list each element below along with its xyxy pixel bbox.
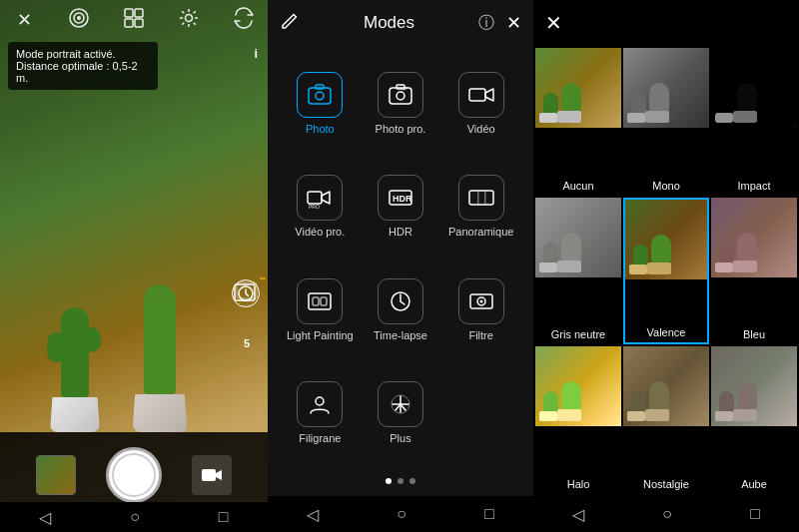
mode-photo-icon [297, 72, 343, 118]
recents-nav-icon[interactable]: □ [219, 508, 229, 526]
modes-back-icon[interactable]: ◁ [307, 505, 319, 524]
mode-panoramique[interactable]: Panoramique [442, 159, 519, 254]
modes-info-icon[interactable]: ⓘ [478, 13, 494, 34]
filter-halo[interactable]: Halo [535, 346, 621, 494]
modes-nav-bar: ◁ ○ □ [268, 496, 533, 532]
mode-photo-label: Photo [306, 123, 335, 135]
modes-panel: Modes ⓘ ✕ Photo [268, 0, 533, 532]
svg-rect-20 [308, 192, 322, 204]
svg-rect-4 [135, 9, 143, 17]
svg-text:HDR: HDR [393, 194, 412, 204]
modes-dot-1 [386, 478, 392, 484]
svg-text:P: P [403, 86, 407, 92]
filter-halo-label: Halo [535, 478, 621, 490]
svg-point-7 [186, 14, 193, 21]
filters-back-icon[interactable]: ◁ [572, 505, 584, 524]
svg-rect-3 [125, 9, 133, 17]
photo-badge [260, 277, 266, 279]
capture-row [36, 447, 232, 503]
svg-rect-12 [309, 88, 331, 104]
mode-video-pro-label: Vidéo pro. [295, 226, 345, 238]
timer-icon[interactable]: 5 [232, 327, 262, 357]
mode-hdr-icon: HDR [378, 175, 423, 221]
filter-bleu-label: Bleu [711, 328, 797, 340]
filters-panel: ✕ Aucun Mono [533, 0, 799, 532]
back-nav-icon[interactable]: ◁ [39, 508, 51, 527]
mode-plus-label: Plus [390, 432, 410, 444]
filters-recents-icon[interactable]: □ [750, 505, 760, 523]
filter-aube[interactable]: Aube [711, 346, 797, 494]
filter-mono-label: Mono [623, 180, 709, 192]
mode-filigrane[interactable]: Filigrane [282, 365, 359, 460]
mode-plus[interactable]: Plus [363, 365, 439, 460]
mode-filtre[interactable]: Filtre [442, 263, 519, 357]
modes-close-icon[interactable]: ✕ [506, 12, 521, 34]
side-icons: 5 [232, 279, 262, 357]
close-icon[interactable]: ✕ [8, 9, 40, 31]
camera-viewfinder: ✕ [0, 0, 268, 532]
svg-rect-11 [202, 469, 216, 481]
svg-rect-28 [313, 297, 319, 305]
filter-impact[interactable]: Impact [711, 48, 797, 196]
mode-time-lapse-label: Time-lapse [374, 329, 427, 341]
svg-rect-6 [135, 19, 143, 27]
filters-grid: Aucun Mono Impact [533, 46, 799, 496]
lens-icon[interactable] [63, 7, 95, 34]
mode-time-lapse[interactable]: Time-lapse [363, 263, 439, 357]
modes-home-icon[interactable]: ○ [397, 505, 406, 523]
tooltip-info-icon[interactable]: i [254, 46, 258, 61]
mode-light-painting[interactable]: Light Painting [282, 263, 359, 357]
mode-video[interactable]: Vidéo [442, 56, 519, 151]
filter-aucun[interactable]: Aucun [535, 48, 621, 196]
filter-valence[interactable]: Valence [623, 198, 709, 345]
mode-video-pro[interactable]: PRO Vidéo pro. [282, 159, 359, 254]
svg-text:PRO: PRO [309, 204, 320, 210]
svg-point-2 [77, 16, 81, 20]
filter-gris-neutre-label: Gris neutre [535, 328, 621, 340]
mode-hdr-label: HDR [389, 226, 412, 238]
filter-aube-label: Aube [711, 478, 797, 490]
cactus-1 [40, 307, 110, 432]
modes-page-dots [268, 470, 533, 496]
svg-rect-14 [316, 85, 324, 89]
mode-time-lapse-icon [378, 278, 423, 324]
filter-bleu[interactable]: Bleu [711, 198, 797, 345]
grid-icon[interactable] [118, 7, 150, 34]
filter-mono[interactable]: Mono [623, 48, 709, 196]
mode-panoramique-icon [458, 175, 504, 221]
mode-light-painting-icon [297, 278, 343, 324]
home-nav-icon[interactable]: ○ [130, 508, 140, 526]
mode-hdr[interactable]: HDR HDR [363, 159, 439, 254]
left-nav-bar: ◁ ○ □ [0, 502, 268, 532]
mode-filtre-label: Filtre [468, 329, 492, 341]
mode-photo-pro-label: Photo pro. [376, 123, 426, 135]
video-mode-button[interactable] [192, 455, 232, 495]
camera-toolbar: ✕ [0, 0, 268, 40]
svg-rect-27 [309, 293, 331, 309]
mode-photo-pro[interactable]: P Photo pro. [363, 56, 439, 151]
mode-light-painting-label: Light Painting [287, 329, 354, 341]
filter-gris-neutre[interactable]: Gris neutre [535, 198, 621, 345]
filter-impact-label: Impact [711, 180, 797, 192]
filter-nostalgie[interactable]: Nostalgie [623, 346, 709, 494]
filters-home-icon[interactable]: ○ [662, 505, 672, 523]
filters-close-icon[interactable]: ✕ [545, 11, 562, 35]
flip-camera-icon[interactable] [228, 7, 260, 34]
shutter-button[interactable] [106, 447, 162, 503]
filters-nav-bar: ◁ ○ □ [533, 496, 799, 532]
modes-dot-2 [398, 478, 403, 484]
modes-title: Modes [364, 13, 414, 33]
svg-point-13 [316, 92, 324, 100]
modes-recents-icon[interactable]: □ [484, 505, 494, 523]
modes-edit-icon[interactable] [280, 11, 300, 36]
mode-photo[interactable]: Photo [282, 56, 359, 151]
settings-icon[interactable] [173, 7, 205, 34]
mode-video-pro-icon: PRO [297, 175, 343, 221]
filter-valence-label: Valence [625, 326, 707, 338]
svg-point-34 [316, 397, 324, 405]
mode-filigrane-label: Filigrane [299, 432, 341, 444]
last-photo-thumbnail[interactable] [36, 455, 76, 495]
portrait-tooltip: Mode portrait activé. Distance optimale … [8, 42, 158, 90]
modes-dot-3 [409, 478, 415, 484]
svg-rect-26 [484, 191, 486, 205]
